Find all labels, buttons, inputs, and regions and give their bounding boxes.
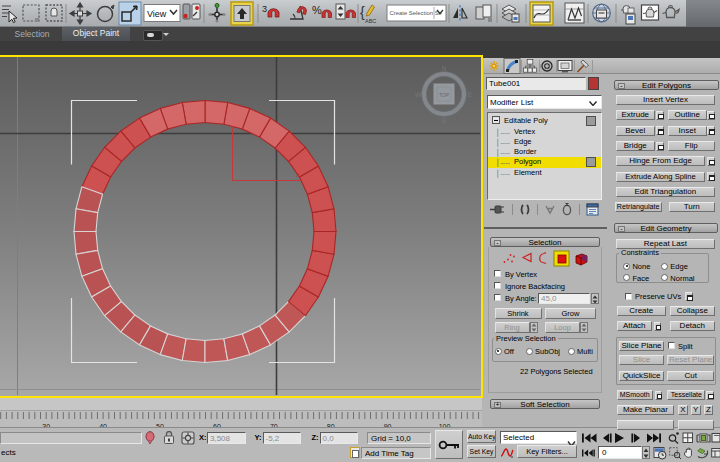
svg-text:Create Selection Se: Create Selection Se — [390, 10, 443, 16]
svg-text:x: x — [296, 171, 300, 178]
svg-text:E: E — [468, 91, 473, 98]
svg-text:3: 3 — [262, 4, 267, 14]
svg-text:S: S — [442, 117, 447, 124]
svg-text:%: % — [312, 4, 322, 16]
svg-text:W: W — [415, 91, 422, 98]
svg-text:View: View — [147, 9, 167, 19]
svg-text:TOP: TOP — [439, 92, 450, 98]
svg-text:ABC: ABC — [365, 18, 376, 24]
svg-text:N: N — [442, 65, 447, 72]
